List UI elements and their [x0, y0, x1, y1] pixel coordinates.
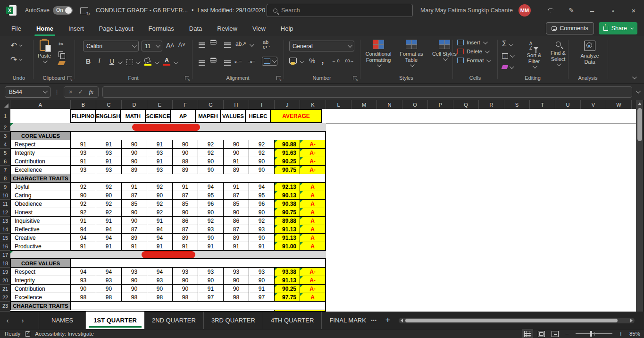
- average-cell[interactable]: 89.88: [275, 217, 300, 225]
- score-cell[interactable]: 92: [198, 140, 224, 149]
- score-cell[interactable]: 92: [71, 208, 96, 217]
- grade-cell[interactable]: A: [300, 183, 326, 191]
- grade-cell[interactable]: A-: [300, 276, 326, 285]
- borders-dropdown-icon[interactable]: [136, 59, 141, 64]
- row-header-14[interactable]: 14: [0, 225, 10, 234]
- score-cell[interactable]: 92: [147, 208, 173, 217]
- column-header-J[interactable]: J: [275, 100, 300, 109]
- namebox-splitter[interactable]: ⋮: [54, 88, 60, 95]
- redacted-name-row-2[interactable]: [10, 123, 326, 132]
- score-cell[interactable]: 93: [71, 166, 96, 174]
- paste-button[interactable]: Paste: [38, 40, 51, 63]
- zoom-level[interactable]: 85%: [629, 331, 640, 337]
- trait-cell-reflective[interactable]: Reflective: [10, 225, 71, 234]
- score-cell[interactable]: 89: [122, 166, 147, 174]
- font-color-dropdown-icon[interactable]: [174, 59, 178, 64]
- score-cell[interactable]: 92: [71, 200, 96, 208]
- score-cell[interactable]: 90: [122, 208, 147, 217]
- grade-cell[interactable]: A-: [300, 166, 326, 174]
- grade-cell[interactable]: A: [300, 242, 326, 251]
- score-cell[interactable]: 94: [71, 234, 96, 242]
- score-cell[interactable]: 90: [224, 208, 249, 217]
- score-cell[interactable]: 87: [224, 225, 249, 234]
- redacted-name-row-17[interactable]: [10, 251, 326, 259]
- score-cell[interactable]: 85: [224, 200, 249, 208]
- align-center-icon[interactable]: [210, 58, 217, 63]
- score-cell[interactable]: 97: [198, 293, 224, 302]
- comma-style-icon[interactable]: ,: [321, 55, 324, 66]
- score-cell[interactable]: 90: [71, 191, 96, 200]
- autosave-toggle[interactable]: On: [53, 6, 73, 15]
- ribbon-tab-formulas[interactable]: Formulas: [148, 22, 175, 35]
- score-cell[interactable]: 90: [96, 285, 122, 293]
- average-cell[interactable]: 90.25: [275, 157, 300, 166]
- italic-button[interactable]: I: [98, 58, 100, 65]
- score-cell[interactable]: 90: [71, 285, 96, 293]
- score-cell[interactable]: 93: [249, 268, 275, 276]
- score-cell[interactable]: 94: [96, 268, 122, 276]
- sheet-next-icon[interactable]: ›: [15, 317, 30, 324]
- row-header-23[interactable]: 23: [0, 302, 10, 310]
- score-cell[interactable]: 93: [147, 149, 173, 157]
- grade-cell[interactable]: A: [300, 208, 326, 217]
- score-cell[interactable]: 94: [96, 225, 122, 234]
- section-empty-strip[interactable]: [71, 302, 326, 310]
- score-cell[interactable]: 98: [173, 293, 198, 302]
- score-cell[interactable]: 93: [96, 149, 122, 157]
- ribbon-tab-review[interactable]: Review: [216, 22, 238, 35]
- column-header-A[interactable]: A: [10, 100, 71, 109]
- score-cell[interactable]: 94: [71, 225, 96, 234]
- score-cell[interactable]: 86: [224, 217, 249, 225]
- score-cell[interactable]: 90: [249, 157, 275, 166]
- subject-header-helec[interactable]: HELEC: [245, 109, 271, 123]
- row-header-21[interactable]: 21: [0, 285, 10, 293]
- score-cell[interactable]: 91: [122, 183, 147, 191]
- average-cell[interactable]: 91.13: [275, 234, 300, 242]
- score-cell[interactable]: 93: [147, 276, 173, 285]
- new-sheet-button[interactable]: +: [385, 315, 391, 325]
- score-cell[interactable]: 98: [122, 293, 147, 302]
- score-cell[interactable]: 93: [224, 268, 249, 276]
- maximize-button[interactable]: ▫: [602, 0, 623, 21]
- score-cell[interactable]: 87: [122, 191, 147, 200]
- section-header-character-traits[interactable]: CHARACTER TRAITS: [10, 302, 71, 310]
- scroll-right-icon[interactable]: [630, 319, 633, 322]
- score-cell[interactable]: 96: [249, 200, 275, 208]
- find-select-button[interactable]: Find & Select: [547, 42, 569, 66]
- grade-cell[interactable]: A: [300, 217, 326, 225]
- trait-cell-excellence[interactable]: Excellence: [10, 293, 71, 302]
- score-cell[interactable]: 90: [173, 285, 198, 293]
- score-cell[interactable]: 97: [249, 293, 275, 302]
- score-cell[interactable]: 98: [71, 293, 96, 302]
- score-cell[interactable]: 87: [122, 225, 147, 234]
- column-header-N[interactable]: N: [377, 100, 402, 109]
- score-cell[interactable]: 89: [173, 166, 198, 174]
- score-cell[interactable]: 91: [71, 157, 96, 166]
- score-cell[interactable]: 90: [249, 166, 275, 174]
- score-cell[interactable]: 90: [122, 285, 147, 293]
- score-cell[interactable]: 92: [147, 200, 173, 208]
- score-cell[interactable]: 94: [96, 234, 122, 242]
- share-dropdown-icon[interactable]: [630, 26, 634, 29]
- ribbon-tab-insert[interactable]: Insert: [67, 22, 85, 35]
- column-header-O[interactable]: O: [402, 100, 428, 109]
- subject-header-mapeh[interactable]: MAPEH: [195, 109, 221, 123]
- score-cell[interactable]: 90: [224, 285, 249, 293]
- column-header-K[interactable]: K: [300, 100, 326, 109]
- score-cell[interactable]: 94: [147, 268, 173, 276]
- score-cell[interactable]: 90: [173, 208, 198, 217]
- score-cell[interactable]: 92: [71, 183, 96, 191]
- insert-function-icon[interactable]: fx: [89, 88, 93, 96]
- row-header-9[interactable]: 9: [0, 183, 10, 191]
- subject-header-ap[interactable]: AP: [170, 109, 196, 123]
- score-cell[interactable]: 90: [198, 166, 224, 174]
- font-name-select[interactable]: Calibri: [83, 41, 139, 51]
- score-cell[interactable]: 94: [71, 268, 96, 276]
- score-cell[interactable]: 90: [147, 285, 173, 293]
- grade-cell[interactable]: A-: [300, 268, 326, 276]
- row-header-16[interactable]: 16: [0, 242, 10, 251]
- score-cell[interactable]: 93: [96, 276, 122, 285]
- score-cell[interactable]: 90: [198, 208, 224, 217]
- accounting-format-icon[interactable]: [289, 58, 297, 64]
- score-cell[interactable]: 92: [198, 149, 224, 157]
